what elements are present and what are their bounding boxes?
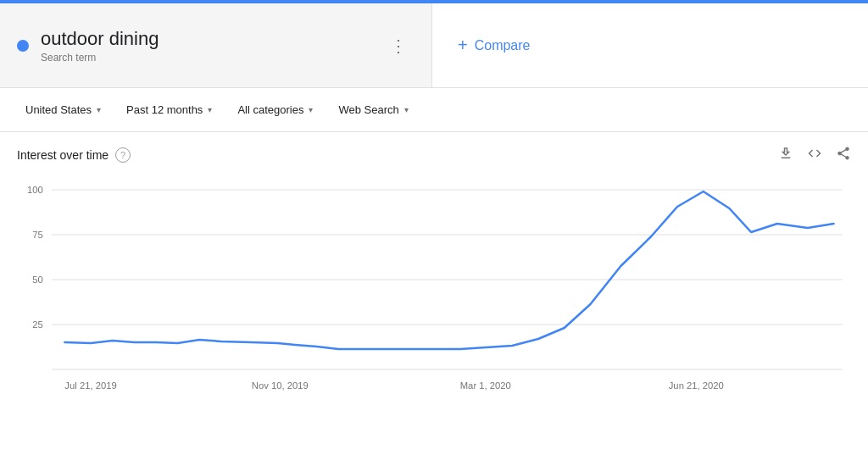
search-type-label: Web Search [338, 103, 398, 116]
search-type-filter[interactable]: Web Search ▾ [330, 98, 416, 121]
share-icon[interactable] [836, 146, 851, 164]
chart-title-area: Interest over time ? [17, 147, 131, 163]
header: outdoor dining Search term ⋮ + Compare [0, 3, 868, 88]
svg-text:100: 100 [27, 185, 43, 195]
svg-text:25: 25 [32, 319, 43, 330]
svg-text:Nov 10, 2019: Nov 10, 2019 [252, 380, 309, 391]
region-label: United States [25, 103, 92, 116]
search-term-text: outdoor dining Search term [41, 28, 383, 64]
help-icon[interactable]: ? [115, 147, 131, 163]
time-arrow-icon: ▾ [208, 105, 212, 114]
time-filter[interactable]: Past 12 months ▾ [118, 98, 220, 121]
region-arrow-icon: ▾ [97, 105, 101, 114]
categories-filter[interactable]: All categories ▾ [229, 98, 321, 121]
compare-button[interactable]: + Compare [458, 36, 531, 55]
compare-panel: + Compare [432, 3, 868, 87]
categories-arrow-icon: ▾ [309, 105, 313, 114]
categories-label: All categories [237, 103, 303, 116]
time-label: Past 12 months [126, 103, 203, 116]
svg-text:50: 50 [32, 275, 43, 285]
search-term-menu-button[interactable]: ⋮ [383, 29, 415, 63]
chart-container: 100 75 50 25 Jul 21, 2019 Nov 10, 2019 M… [17, 173, 851, 419]
filter-bar: United States ▾ Past 12 months ▾ All cat… [0, 88, 868, 132]
interest-over-time-chart: 100 75 50 25 Jul 21, 2019 Nov 10, 2019 M… [17, 173, 851, 419]
svg-text:Jul 21, 2019: Jul 21, 2019 [64, 380, 116, 391]
chart-section: Interest over time ? 100 75 50 [0, 132, 868, 466]
chart-header: Interest over time ? [17, 146, 851, 164]
search-term-subtitle: Search term [41, 52, 383, 64]
region-filter[interactable]: United States ▾ [17, 98, 109, 121]
download-icon[interactable] [778, 146, 793, 164]
svg-text:Jun 21, 2020: Jun 21, 2020 [669, 380, 724, 391]
compare-label: Compare [475, 38, 531, 53]
search-term-title: outdoor dining [41, 28, 383, 50]
search-term-dot [17, 40, 29, 52]
svg-text:75: 75 [32, 230, 43, 240]
embed-icon[interactable] [807, 146, 822, 164]
chart-title: Interest over time [17, 148, 108, 162]
search-type-arrow-icon: ▾ [404, 105, 409, 114]
chart-actions [778, 146, 851, 164]
search-term-panel: outdoor dining Search term ⋮ [0, 3, 432, 87]
compare-plus-icon: + [458, 36, 468, 55]
svg-text:Mar 1, 2020: Mar 1, 2020 [460, 380, 511, 391]
